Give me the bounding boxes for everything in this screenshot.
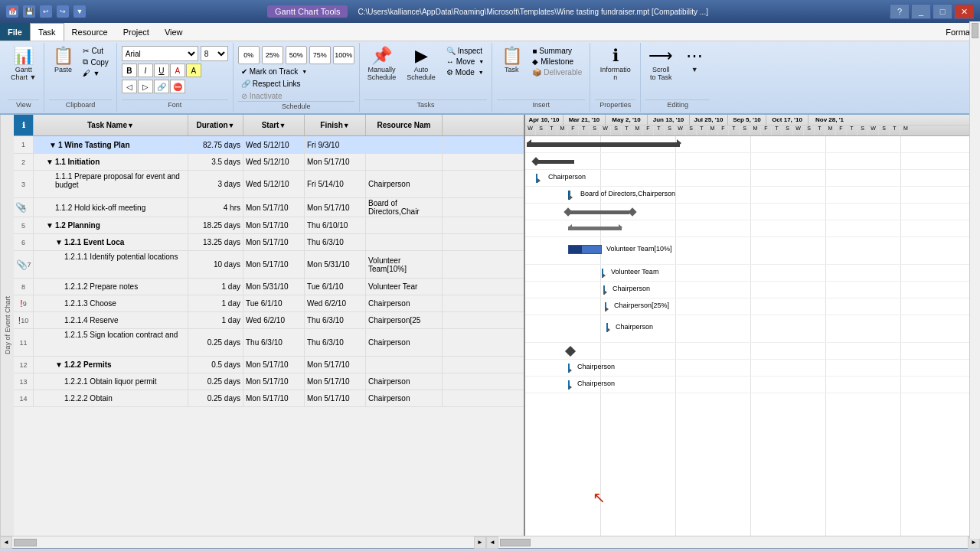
- table-row[interactable]: 8 1.2.1.2 Prepare notes 1 day Mon 5/31/1…: [14, 279, 524, 295]
- collapse-icon[interactable]: ▼: [46, 221, 54, 230]
- table-row[interactable]: 13 1.2.2.1 Obtain liquor permit 0.25 day…: [14, 373, 524, 390]
- respect-links-label: Respect Links: [253, 80, 301, 88]
- inspect-icon: 🔍: [446, 47, 456, 55]
- menu-project[interactable]: Project: [116, 23, 157, 41]
- help-btn[interactable]: ?: [890, 4, 910, 19]
- scroll-right-btn[interactable]: ►: [474, 536, 486, 549]
- mode-button[interactable]: ⚙ Mode ▼: [443, 67, 487, 77]
- task-insert-button[interactable]: 📋 Task: [497, 46, 526, 75]
- link-button[interactable]: 🔗: [154, 80, 169, 93]
- inactivate-button[interactable]: ⊘ Inactivate: [238, 91, 286, 101]
- deliverable-label: Deliverable: [544, 68, 582, 77]
- resource: Chairperson: [366, 390, 443, 406]
- gantt-row-7: Volunteer Team[10%]: [525, 237, 969, 265]
- customize-icon[interactable]: ▼: [74, 5, 86, 18]
- table-row[interactable]: 5 ▼ 1.2 Planning 18.25 days Mon 5/17/10 …: [14, 217, 524, 234]
- date-col: May 2, '10: [606, 115, 648, 125]
- menu-resource[interactable]: Resource: [64, 23, 116, 41]
- milestone-button[interactable]: ◆ Milestone: [529, 57, 585, 67]
- table-row[interactable]: 📎 4 1.1.2 Hold kick-off meeting 4 hrs Mo…: [14, 198, 524, 217]
- table-row[interactable]: 3 1.1.1 Prepare proposal for event and b…: [14, 171, 524, 198]
- start-col-header[interactable]: Start ▼: [243, 115, 305, 135]
- window-controls[interactable]: ? _ □ ✕: [890, 4, 974, 19]
- collapse-icon[interactable]: ▼: [46, 158, 54, 166]
- italic-button[interactable]: I: [138, 64, 153, 77]
- resource: Volunteer Tear: [366, 279, 443, 295]
- gantt-scroll-thumb[interactable]: [500, 539, 531, 546]
- undo-icon[interactable]: ↩: [40, 5, 52, 18]
- move-button[interactable]: ↔ Move ▼: [443, 57, 487, 67]
- finish: Thu 6/10/10: [305, 217, 366, 233]
- table-row[interactable]: 6 ▼ 1.2.1 Event Loca 13.25 days Mon 5/17…: [14, 234, 524, 251]
- resource-col-header[interactable]: Resource Nam: [366, 115, 443, 135]
- inspect-button[interactable]: 🔍 Inspect: [443, 46, 487, 56]
- manually-label: ManuallySchedule: [368, 66, 397, 81]
- table-row[interactable]: 📎 7 1.2.1.1 Identify potential locations…: [14, 251, 524, 279]
- menu-view[interactable]: View: [157, 23, 191, 41]
- manually-schedule-button[interactable]: 📌 ManuallySchedule: [364, 46, 400, 83]
- respect-links-button[interactable]: 🔗 Respect Links: [238, 79, 304, 89]
- pct-50-button[interactable]: 50%: [286, 46, 307, 64]
- cut-button[interactable]: ✂ Cut: [80, 46, 111, 56]
- scroll-thumb[interactable]: [14, 539, 37, 546]
- font-size-select[interactable]: 8: [201, 46, 228, 61]
- table-row[interactable]: 11 1.2.1.5 Sign location contract and 0.…: [14, 329, 524, 357]
- gantt-scroll-left[interactable]: ◄: [486, 536, 498, 549]
- menu-file[interactable]: File: [0, 23, 30, 41]
- resource: [366, 234, 443, 250]
- summary-button[interactable]: ■ Summary: [529, 46, 585, 56]
- collapse-icon[interactable]: ▼: [55, 360, 63, 369]
- gantt-bar-7: [568, 245, 602, 254]
- table-row[interactable]: 14 1.2.2.2 Obtain 0.25 days Mon 5/17/10 …: [14, 390, 524, 407]
- finish-col-header[interactable]: Finish ▼: [305, 115, 366, 135]
- font-family-select[interactable]: Arial: [122, 46, 198, 61]
- unlink-button[interactable]: ⛔: [170, 80, 185, 93]
- scroll-left-btn[interactable]: ◄: [0, 536, 12, 549]
- gantt-label-3: Chairperson: [548, 173, 586, 181]
- table-row[interactable]: ! 9 1.2.1.3 Choose 1 day Tue 6/1/10 Wed …: [14, 295, 524, 312]
- pct-100-button[interactable]: 100%: [333, 46, 354, 64]
- indent-button[interactable]: ▷: [138, 80, 153, 93]
- duration-col-header[interactable]: Duration ▼: [188, 115, 243, 135]
- save-icon[interactable]: 💾: [23, 5, 35, 18]
- collapse-icon[interactable]: ▼: [49, 141, 57, 149]
- start: Mon 5/17/10: [243, 251, 305, 278]
- gantt-chart-button[interactable]: 📊 GanttChart ▼: [8, 46, 39, 83]
- pct-25-button[interactable]: 25%: [262, 46, 283, 64]
- task-name-col-header[interactable]: Task Name ▼: [34, 115, 188, 135]
- scroll-to-task-button[interactable]: ⟶ Scrollto Task: [645, 46, 676, 83]
- redo-icon[interactable]: ↪: [57, 5, 69, 18]
- minimize-btn[interactable]: _: [911, 4, 931, 19]
- font-color-button[interactable]: A: [170, 64, 185, 77]
- underline-button[interactable]: U: [154, 64, 169, 77]
- pct-0-button[interactable]: 0%: [238, 46, 260, 64]
- close-btn[interactable]: ✕: [954, 4, 974, 19]
- table-row[interactable]: ! 10 1.2.1.4 Reserve 1 day Wed 6/2/10 Th…: [14, 312, 524, 329]
- pct-75-button[interactable]: 75%: [309, 46, 331, 64]
- mark-on-track-button[interactable]: ✔ Mark on Track ▼: [238, 67, 310, 77]
- outdent-button[interactable]: ◁: [122, 80, 137, 93]
- insert-group-label: Insert: [497, 99, 585, 109]
- paste-button[interactable]: 📋 Paste: [49, 46, 77, 75]
- format-painter-button[interactable]: 🖌 ▼: [80, 68, 111, 78]
- information-label: Information: [598, 66, 632, 81]
- table-row[interactable]: 12 ▼ 1.2.2 Permits 0.5 days Mon 5/17/10 …: [14, 357, 524, 373]
- file-path: C:\Users\kalliance\AppData\Roaming\Micro…: [358, 8, 708, 16]
- start: Mon 5/17/10: [243, 217, 305, 233]
- auto-schedule-button[interactable]: ▶ AutoSchedule: [403, 46, 439, 83]
- table-row[interactable]: 1 ▼ 1 Wine Tasting Plan 82.75 days Wed 5…: [14, 136, 524, 154]
- information-button[interactable]: ℹ Information: [595, 46, 635, 83]
- collapse-icon[interactable]: ▼: [55, 238, 63, 246]
- duration: 1 day: [188, 279, 243, 295]
- deliverable-button[interactable]: 📦 Deliverable: [529, 67, 585, 77]
- editing-more-button[interactable]: ⋯ ▼: [679, 46, 710, 75]
- copy-button[interactable]: ⧉ Copy: [80, 57, 111, 67]
- menu-task[interactable]: Task: [30, 23, 64, 41]
- highlight-button[interactable]: A: [186, 64, 201, 77]
- editing-more-icon: ⋯: [686, 47, 703, 64]
- horizontal-scrollbar[interactable]: ◄ ► ◄ ►: [0, 536, 980, 548]
- table-row[interactable]: 2 ▼ 1.1 Initiation 3.5 days Wed 5/12/10 …: [14, 154, 524, 171]
- maximize-btn[interactable]: □: [933, 4, 952, 19]
- table-body: 1 ▼ 1 Wine Tasting Plan 82.75 days Wed 5…: [14, 136, 524, 536]
- bold-button[interactable]: B: [122, 64, 137, 77]
